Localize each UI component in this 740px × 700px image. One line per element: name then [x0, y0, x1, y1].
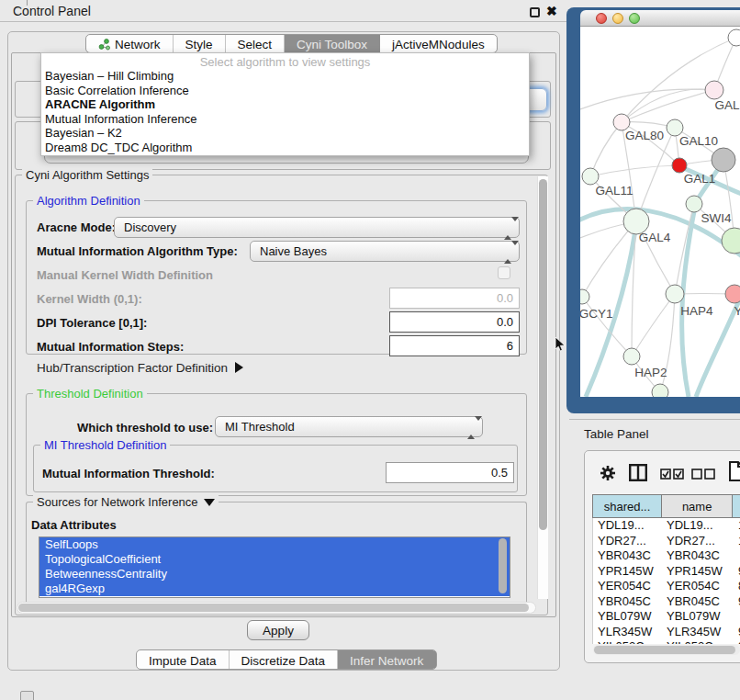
- tab-discretize-data[interactable]: Discretize Data: [230, 650, 339, 669]
- network-node[interactable]: [580, 289, 589, 304]
- table-cell[interactable]: YDR27...: [662, 534, 734, 549]
- float-icon[interactable]: [530, 7, 540, 17]
- algorithm-option[interactable]: Mutual Information Inference: [41, 112, 529, 127]
- network-edge[interactable]: [580, 89, 714, 109]
- table-row[interactable]: YER054CYER054C8.: [593, 579, 740, 594]
- table-row[interactable]: YDL19...YDL19...13: [593, 518, 740, 534]
- table-cell[interactable]: YDR27...: [593, 534, 662, 549]
- split-columns-icon[interactable]: [629, 464, 647, 481]
- table-cell[interactable]: 8.: [734, 579, 740, 594]
- attributes-list-scrollbar[interactable]: [499, 538, 507, 593]
- settings-horizontal-scrollbar[interactable]: [17, 602, 536, 614]
- table-cell[interactable]: YIL052C: [593, 639, 662, 644]
- vscroll-thumb[interactable]: [539, 179, 547, 530]
- which-threshold-combo[interactable]: MI Threshold: [215, 416, 483, 437]
- network-node[interactable]: [652, 384, 668, 397]
- table-cell[interactable]: YBR045C: [593, 594, 662, 610]
- table-row[interactable]: YBR045CYBR045C9.: [593, 594, 740, 610]
- algorithm-option[interactable]: Dream8 DC_TDC Algorithm: [41, 141, 529, 155]
- network-canvas[interactable]: GALGAL80GAL10GAL1GAL11SWI4GAL4YGCY1HAP4H…: [580, 27, 740, 397]
- table-cell[interactable]: YDL19...: [593, 518, 662, 534]
- tab-jactivemnodules[interactable]: jActiveMNodules: [380, 35, 497, 52]
- network-edge[interactable]: [590, 122, 622, 176]
- algorithm-option[interactable]: Basic Correlation Inference: [41, 84, 529, 98]
- table-cell[interactable]: YBL079W: [593, 609, 662, 625]
- table-cell[interactable]: YPR145W: [662, 564, 734, 580]
- table-cell[interactable]: [734, 609, 740, 625]
- table-cell[interactable]: [734, 548, 740, 564]
- unchecked-columns-icon[interactable]: [691, 469, 715, 480]
- attribute-item[interactable]: TopologicalCoefficient: [39, 552, 510, 567]
- network-node[interactable]: [705, 81, 723, 99]
- table-row[interactable]: YIL052CYIL052C9: [593, 639, 740, 644]
- attribute-item[interactable]: BetweennessCentrality: [39, 567, 510, 581]
- manual-kernel-checkbox[interactable]: [498, 266, 510, 279]
- file-icon[interactable]: [728, 461, 740, 481]
- mi-threshold-field[interactable]: 0.5: [386, 462, 514, 483]
- minimize-traffic-light-icon[interactable]: [612, 13, 623, 24]
- mi-steps-field[interactable]: 6: [389, 335, 520, 356]
- checked-columns-icon[interactable]: [660, 469, 684, 480]
- table-row[interactable]: YBR043CYBR043C: [593, 548, 740, 564]
- network-node[interactable]: [582, 168, 599, 185]
- data-attributes-list[interactable]: SelfLoopsTopologicalCoefficientBetweenne…: [39, 536, 510, 598]
- network-edge-thick[interactable]: [682, 207, 695, 397]
- close-icon[interactable]: ✖: [546, 4, 557, 18]
- table-cell[interactable]: 12: [734, 534, 740, 549]
- table-cell[interactable]: YBR043C: [593, 548, 662, 564]
- kernel-width-field[interactable]: 0.0: [389, 288, 520, 309]
- table-cell[interactable]: YBR043C: [662, 548, 734, 564]
- close-traffic-light-icon[interactable]: [596, 13, 607, 24]
- attribute-item[interactable]: gal4RGexp: [39, 581, 510, 596]
- table-cell[interactable]: YLR345W: [593, 625, 662, 640]
- tab-style[interactable]: Style: [174, 35, 226, 52]
- table-cell[interactable]: YBL079W: [662, 609, 734, 625]
- tab-cyni-toolbox[interactable]: Cyni Toolbox: [285, 35, 380, 52]
- network-node[interactable]: [712, 148, 735, 172]
- algorithm-option[interactable]: Bayesian – Hill Climbing: [41, 69, 529, 84]
- network-edge[interactable]: [590, 165, 679, 176]
- network-window-titlebar[interactable]: [580, 10, 740, 27]
- settings-vertical-scrollbar[interactable]: [537, 176, 548, 599]
- sources-legend[interactable]: Sources for Network Inference: [33, 495, 219, 509]
- table-cell[interactable]: YLR345W: [662, 625, 734, 640]
- dpi-tolerance-field[interactable]: 0.0: [389, 311, 520, 333]
- network-node[interactable]: [666, 285, 684, 303]
- table-cell[interactable]: 9: [734, 639, 740, 644]
- tab-infer-network[interactable]: Infer Network: [338, 650, 436, 669]
- table-row[interactable]: YPR145WYPR145W9.: [593, 564, 740, 580]
- table-horizontal-scrollbar[interactable]: [593, 645, 740, 655]
- table-hscroll-thumb[interactable]: [594, 646, 735, 654]
- column-header-partial[interactable]: [733, 495, 740, 517]
- table-cell[interactable]: 9.: [734, 625, 740, 640]
- network-node[interactable]: [686, 196, 702, 212]
- column-header-name[interactable]: name: [662, 495, 733, 517]
- network-node[interactable]: [725, 285, 740, 303]
- table-cell[interactable]: YER054C: [593, 579, 662, 594]
- apply-button[interactable]: Apply: [247, 620, 309, 640]
- attribute-item[interactable]: SelfLoops: [39, 537, 510, 552]
- algorithm-option[interactable]: Bayesian – K2: [41, 126, 529, 141]
- aracne-mode-combo[interactable]: Discovery: [114, 217, 520, 238]
- table-row[interactable]: YLR345WYLR345W9.: [593, 625, 740, 640]
- network-node[interactable]: [728, 29, 740, 46]
- network-node[interactable]: [672, 158, 687, 173]
- hscroll-thumb[interactable]: [18, 604, 529, 612]
- tab-select[interactable]: Select: [226, 35, 286, 52]
- table-cell[interactable]: YIL052C: [662, 639, 734, 644]
- table-row[interactable]: YDR27...YDR27...12: [593, 534, 740, 549]
- zoom-traffic-light-icon[interactable]: [629, 13, 640, 24]
- hub-section-toggle[interactable]: Hub/Transcription Factor Definition: [37, 361, 243, 375]
- tab-network[interactable]: Network: [86, 35, 174, 52]
- column-header-shared-name[interactable]: shared...: [593, 495, 662, 517]
- table-cell[interactable]: YPR145W: [593, 564, 662, 580]
- table-body[interactable]: YDL19...YDL19...13YDR27...YDR27...12YBR0…: [592, 518, 740, 644]
- tab-impute-data[interactable]: Impute Data: [137, 650, 230, 669]
- table-cell[interactable]: YDL19...: [662, 518, 734, 534]
- table-row[interactable]: YBL079WYBL079W: [593, 609, 740, 625]
- mi-type-combo[interactable]: Naive Bayes: [250, 241, 520, 262]
- table-cell[interactable]: 9.: [734, 594, 740, 610]
- table-cell[interactable]: YBR045C: [662, 594, 734, 610]
- table-cell[interactable]: 9.: [734, 564, 740, 580]
- panel-grip-icon[interactable]: [20, 691, 34, 700]
